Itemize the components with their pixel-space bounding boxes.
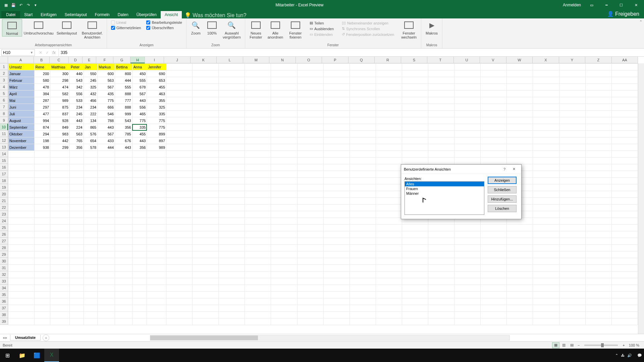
cell[interactable]	[219, 104, 245, 111]
minimize-icon[interactable]: ━	[600, 0, 613, 10]
cell[interactable]	[585, 272, 611, 278]
cell[interactable]	[271, 318, 297, 325]
close-icon[interactable]: ✕	[629, 0, 643, 10]
cell[interactable]	[245, 164, 271, 171]
cell[interactable]	[115, 298, 132, 305]
cell[interactable]	[271, 137, 297, 144]
cell[interactable]	[132, 318, 147, 325]
cell[interactable]	[585, 231, 611, 238]
cell[interactable]	[245, 258, 271, 265]
cell[interactable]	[147, 211, 166, 218]
cell[interactable]	[454, 70, 481, 77]
cell[interactable]	[219, 204, 245, 211]
cell[interactable]	[271, 104, 297, 111]
cell[interactable]	[166, 97, 193, 104]
cell[interactable]	[50, 258, 70, 265]
column-header[interactable]: P	[322, 57, 348, 63]
cell[interactable]	[132, 258, 147, 265]
cell[interactable]	[84, 298, 98, 305]
cell[interactable]	[193, 151, 219, 158]
cell[interactable]	[507, 298, 533, 305]
list-item[interactable]: Männer	[405, 191, 484, 196]
cell[interactable]	[245, 84, 271, 90]
cell[interactable]	[611, 191, 638, 198]
cell[interactable]: 433	[98, 137, 115, 144]
cell[interactable]	[115, 231, 132, 238]
cell[interactable]	[245, 64, 271, 70]
cell[interactable]	[507, 111, 533, 117]
column-header[interactable]: Q	[348, 57, 375, 63]
cell[interactable]	[245, 265, 271, 272]
cell[interactable]	[219, 184, 245, 191]
cell[interactable]	[245, 238, 271, 245]
cell[interactable]	[8, 305, 35, 312]
cell[interactable]	[69, 245, 84, 251]
cell[interactable]	[245, 124, 271, 131]
hide-button[interactable]: ▭Ausblenden	[308, 26, 335, 31]
cell[interactable]	[297, 64, 323, 70]
cell[interactable]	[297, 258, 323, 265]
cell[interactable]	[507, 90, 533, 97]
cell[interactable]	[611, 171, 638, 178]
accept-formula-icon[interactable]: ✓	[44, 50, 50, 55]
cell[interactable]	[454, 117, 481, 124]
cell[interactable]	[454, 131, 481, 137]
cell[interactable]	[84, 278, 98, 285]
column-header[interactable]: S	[401, 57, 428, 63]
cell[interactable]	[193, 292, 219, 298]
column-header[interactable]: D	[69, 57, 83, 63]
cell[interactable]	[245, 117, 271, 124]
cell[interactable]	[8, 211, 35, 218]
maximize-icon[interactable]: ☐	[614, 0, 628, 10]
cell[interactable]	[559, 198, 585, 204]
cell[interactable]	[69, 265, 84, 272]
share-button[interactable]: 👤 Freigeben	[602, 9, 644, 18]
cell[interactable]	[271, 225, 297, 231]
cell[interactable]	[402, 117, 428, 124]
cell[interactable]	[271, 178, 297, 184]
cell[interactable]	[271, 97, 297, 104]
cell[interactable]	[559, 305, 585, 312]
cell[interactable]	[8, 265, 35, 272]
cell[interactable]	[507, 305, 533, 312]
cell[interactable]	[585, 178, 611, 184]
cell[interactable]	[8, 171, 35, 178]
pagebreak-button[interactable]: Umbruchvorschau	[23, 19, 54, 36]
cell[interactable]: 765	[69, 137, 84, 144]
cell[interactable]	[132, 292, 147, 298]
cell[interactable]	[132, 218, 147, 225]
cell[interactable]	[507, 225, 533, 231]
cell[interactable]	[350, 251, 376, 258]
cell[interactable]	[297, 318, 323, 325]
cell[interactable]	[507, 117, 533, 124]
cell[interactable]	[166, 265, 193, 272]
cell[interactable]	[611, 77, 638, 84]
cell[interactable]	[245, 225, 271, 231]
cell[interactable]	[219, 198, 245, 204]
cell[interactable]	[84, 218, 98, 225]
cell[interactable]: 222	[84, 111, 98, 117]
cell[interactable]	[8, 191, 35, 198]
cell[interactable]	[84, 164, 98, 171]
cell[interactable]	[507, 231, 533, 238]
cell[interactable]	[50, 265, 70, 272]
cell[interactable]	[350, 272, 376, 278]
cell[interactable]	[454, 265, 481, 272]
cell[interactable]	[50, 318, 70, 325]
cell[interactable]	[193, 204, 219, 211]
cell[interactable]	[193, 137, 219, 144]
cell[interactable]: September	[8, 124, 35, 131]
taskbar-explorer-icon[interactable]: 📁	[15, 349, 30, 362]
view-normal-icon[interactable]: ▦	[552, 342, 559, 348]
cell[interactable]	[98, 245, 115, 251]
cell[interactable]	[481, 312, 507, 318]
cell[interactable]	[507, 251, 533, 258]
cell[interactable]	[166, 312, 193, 318]
cell[interactable]: 335	[147, 111, 166, 117]
cell[interactable]	[428, 312, 454, 318]
cell[interactable]	[115, 245, 132, 251]
cell[interactable]	[115, 164, 132, 171]
cell[interactable]	[34, 238, 50, 245]
cell[interactable]	[559, 90, 585, 97]
cell[interactable]	[8, 204, 35, 211]
